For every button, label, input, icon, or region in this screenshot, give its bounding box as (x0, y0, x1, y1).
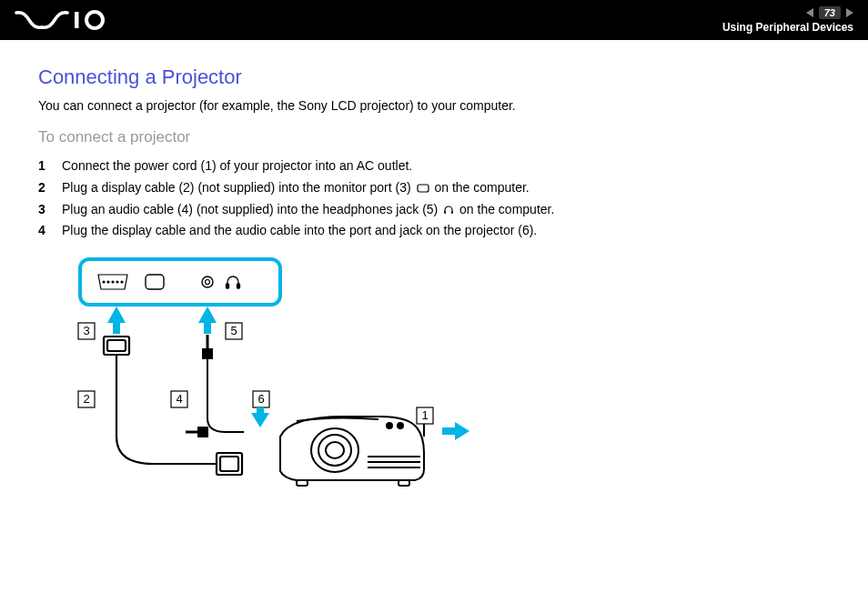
svg-rect-29 (198, 427, 207, 437)
callout-4: 4 (176, 393, 182, 407)
svg-rect-4 (451, 211, 453, 214)
svg-point-40 (387, 423, 392, 428)
steps-list: 1 Connect the power cord (1) of your pro… (38, 156, 830, 242)
step-4: 4 Plug the display cable and the audio c… (38, 220, 830, 242)
intro-text: You can connect a projector (for example… (38, 96, 830, 116)
step-text: Plug an audio cable (4) (not supplied) i… (62, 199, 554, 221)
prev-page-icon[interactable] (806, 8, 813, 17)
step-number: 4 (38, 220, 51, 242)
svg-rect-36 (399, 480, 409, 486)
step-2: 2 Plug a display cable (2) (not supplied… (38, 177, 830, 199)
page-nav: 73 (806, 6, 853, 19)
step-3: 3 Plug an audio cable (4) (not supplied)… (38, 199, 830, 221)
svg-rect-15 (237, 284, 240, 288)
svg-point-9 (116, 281, 118, 283)
svg-rect-3 (444, 211, 446, 214)
callout-1: 1 (421, 409, 428, 423)
svg-rect-35 (297, 480, 308, 486)
page-title: Connecting a Projector (38, 65, 830, 89)
header-bar: 73 Using Peripheral Devices (0, 0, 868, 40)
page-number: 73 (819, 6, 841, 19)
next-page-icon[interactable] (846, 8, 853, 17)
section-label: Using Peripheral Devices (722, 21, 853, 34)
svg-point-10 (121, 281, 123, 283)
step-text: Plug the display cable and the audio cab… (62, 220, 537, 242)
header-right: 73 Using Peripheral Devices (722, 6, 853, 34)
svg-rect-25 (203, 349, 212, 358)
callout-3: 3 (83, 325, 89, 338)
svg-point-34 (326, 442, 344, 458)
callout-5: 5 (230, 325, 237, 338)
svg-rect-14 (227, 284, 229, 288)
svg-rect-5 (80, 259, 280, 305)
step-number: 1 (38, 156, 51, 177)
svg-point-6 (103, 281, 105, 283)
step-text: Plug a display cable (2) (not supplied) … (62, 177, 530, 199)
svg-rect-2 (418, 185, 429, 192)
svg-point-8 (112, 281, 114, 283)
page-content: Connecting a Projector You can connect a… (0, 40, 868, 528)
svg-point-7 (107, 281, 109, 283)
connection-diagram: 3 5 2 (62, 255, 830, 503)
svg-point-1 (86, 12, 103, 28)
subtitle: To connect a projector (38, 128, 830, 146)
svg-point-41 (398, 423, 403, 428)
monitor-port-icon (417, 184, 429, 193)
step-1: 1 Connect the power cord (1) of your pro… (38, 156, 830, 177)
svg-rect-11 (146, 275, 164, 289)
step-number: 2 (38, 177, 51, 199)
vaio-logo (15, 9, 115, 31)
step-number: 3 (38, 199, 51, 221)
svg-rect-0 (75, 12, 79, 28)
headphones-icon (443, 205, 454, 216)
callout-2: 2 (83, 393, 89, 407)
callout-6: 6 (257, 393, 264, 407)
step-text: Connect the power cord (1) of your proje… (62, 156, 412, 177)
